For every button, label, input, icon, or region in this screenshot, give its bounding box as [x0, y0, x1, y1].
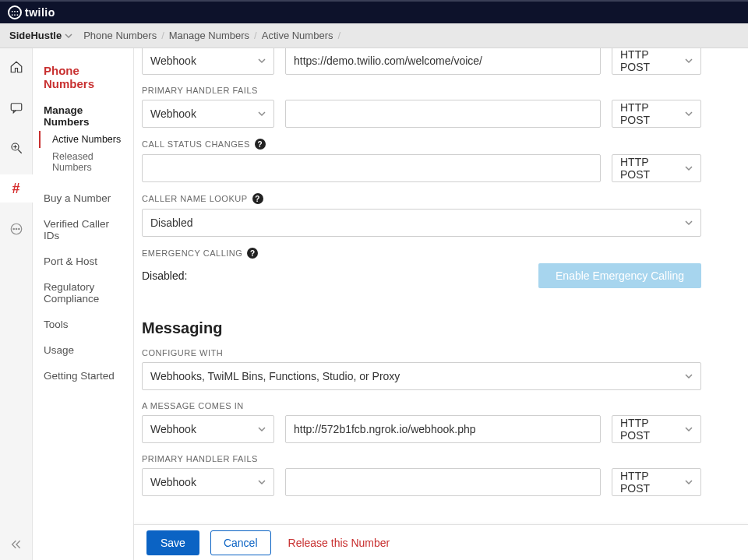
side-getting-started[interactable]: Getting Started — [44, 363, 125, 389]
save-button[interactable]: Save — [146, 530, 199, 555]
messaging-configure-select[interactable]: Webhooks, TwiML Bins, Functions, Studio,… — [142, 362, 701, 390]
footer-bar: Save Cancel Release this Number — [134, 524, 748, 560]
hash-icon: # — [12, 181, 19, 197]
voice-callin-type[interactable]: Webhook — [142, 48, 274, 75]
svg-point-4 — [16, 228, 17, 230]
side-title: Phone Numbers — [44, 64, 125, 90]
messaging-message-in-type[interactable]: Webhook — [142, 415, 274, 443]
help-icon[interactable]: ? — [252, 193, 263, 204]
breadcrumb-2[interactable]: Active Numbers — [262, 30, 333, 41]
side-released-numbers[interactable]: Released Numbers — [46, 148, 125, 176]
breadcrumb-1[interactable]: Manage Numbers — [169, 30, 249, 41]
breadcrumb-0[interactable]: Phone Numbers — [83, 30, 157, 41]
voice-caller-lookup[interactable]: Disabled — [142, 209, 701, 237]
twilio-logo-icon: ::: — [8, 5, 22, 19]
breadcrumb-sep: / — [337, 30, 340, 41]
account-switcher[interactable]: SideHustle — [9, 30, 72, 41]
voice-callin-method[interactable]: HTTP POST — [612, 48, 701, 75]
messaging-primary-fail-type[interactable]: Webhook — [142, 468, 274, 496]
side-regulatory-compliance[interactable]: Regulatory Compliance — [44, 274, 125, 312]
more-icon — [9, 222, 23, 236]
breadcrumb-sep: / — [254, 30, 257, 41]
rail-lookup[interactable] — [0, 134, 33, 162]
help-icon[interactable]: ? — [255, 139, 266, 150]
rail-more[interactable] — [0, 215, 33, 243]
chevron-down-icon — [65, 33, 72, 39]
voice-callin-url[interactable] — [285, 48, 601, 75]
enable-emergency-button[interactable]: Enable Emergency Calling — [538, 263, 701, 288]
side-usage[interactable]: Usage — [44, 337, 125, 363]
breadcrumb-sep: / — [161, 30, 164, 41]
help-icon[interactable]: ? — [247, 248, 258, 259]
messaging-primary-fail-url[interactable] — [285, 468, 601, 496]
release-number-link[interactable]: Release this Number — [288, 537, 390, 549]
messaging-primary-fail-method[interactable]: HTTP POST — [612, 468, 701, 496]
voice-primary-fail-method[interactable]: HTTP POST — [612, 100, 701, 128]
account-name: SideHustle — [9, 30, 62, 41]
brand-name: twilio — [25, 6, 55, 19]
icon-rail: # — [0, 48, 33, 560]
side-port-host[interactable]: Port & Host — [44, 248, 125, 274]
breadcrumb-bar: SideHustle Phone Numbers / Manage Number… — [0, 23, 748, 48]
messaging-heading: Messaging — [142, 319, 701, 337]
top-bar: ::: twilio — [0, 0, 748, 23]
messaging-primary-fail-label: PRIMARY HANDLER FAILS — [142, 454, 701, 463]
side-buy-number[interactable]: Buy a Number — [44, 185, 125, 211]
emergency-status: Disabled: — [142, 269, 187, 282]
messaging-message-in-method[interactable]: HTTP POST — [612, 415, 701, 443]
main-shell: # Phone Numbers Manage Numbers Active Nu… — [0, 48, 748, 560]
messaging-message-in-label: A MESSAGE COMES IN — [142, 401, 701, 410]
svg-point-3 — [12, 228, 14, 230]
messaging-message-in-url[interactable] — [285, 415, 601, 443]
voice-primary-fail-url[interactable] — [285, 100, 601, 128]
svg-point-5 — [18, 228, 19, 230]
rail-home[interactable] — [0, 53, 33, 81]
rail-messaging[interactable] — [0, 93, 33, 122]
voice-status-label: CALL STATUS CHANGES ? — [142, 139, 701, 150]
side-verified-caller-ids[interactable]: Verified Caller IDs — [44, 211, 125, 248]
side-manage-group[interactable]: Manage Numbers — [44, 104, 125, 128]
voice-primary-fail-type[interactable]: Webhook — [142, 100, 274, 128]
content-wrap: Webhook HTTP POST PRIMARY HANDLER FAILS — [134, 48, 748, 560]
voice-status-method[interactable]: HTTP POST — [612, 154, 701, 182]
messaging-configure-label: CONFIGURE WITH — [142, 348, 701, 357]
voice-emergency-label: EMERGENCY CALLING ? — [142, 248, 701, 259]
brand-logo[interactable]: ::: twilio — [8, 5, 55, 19]
side-active-numbers[interactable]: Active Numbers — [39, 131, 125, 148]
rail-collapse[interactable] — [10, 538, 23, 551]
content: Webhook HTTP POST PRIMARY HANDLER FAILS — [134, 48, 748, 524]
svg-rect-0 — [11, 104, 22, 111]
rail-phone-numbers[interactable]: # — [0, 174, 33, 203]
voice-caller-lookup-label: CALLER NAME LOOKUP ? — [142, 193, 701, 204]
side-nav: Phone Numbers Manage Numbers Active Numb… — [33, 48, 134, 560]
cancel-button[interactable]: Cancel — [210, 530, 271, 555]
voice-primary-fail-label: PRIMARY HANDLER FAILS — [142, 86, 701, 95]
side-tools[interactable]: Tools — [44, 312, 125, 337]
voice-status-url[interactable] — [142, 154, 601, 182]
